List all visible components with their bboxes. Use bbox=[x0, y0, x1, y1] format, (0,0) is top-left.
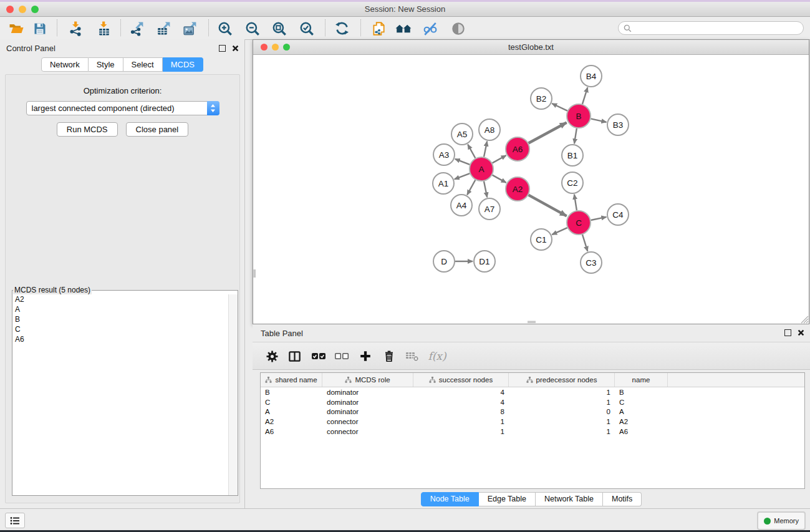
table-row[interactable]: A6connector11A6 bbox=[261, 427, 804, 437]
table-cell[interactable]: 0 bbox=[509, 408, 615, 415]
zoom-out-button[interactable] bbox=[243, 19, 262, 37]
edge-A-A3[interactable] bbox=[455, 159, 470, 165]
vertical-scroll-mark[interactable] bbox=[254, 269, 256, 278]
edge-B-B1[interactable] bbox=[574, 128, 577, 143]
delete-column-button[interactable] bbox=[380, 347, 398, 365]
graph-node-B4[interactable]: B4 bbox=[581, 65, 602, 87]
table-cell[interactable]: connector bbox=[322, 428, 413, 435]
network-window-titlebar[interactable]: testGlobe.txt bbox=[253, 40, 809, 55]
tab-select[interactable]: Select bbox=[123, 57, 163, 72]
close-network-window-button[interactable] bbox=[261, 44, 268, 51]
table-cell[interactable]: 1 bbox=[413, 418, 509, 425]
import-network-button[interactable] bbox=[66, 19, 85, 37]
graph-node-A7[interactable]: A7 bbox=[479, 198, 500, 220]
tab-node-table[interactable]: Node Table bbox=[421, 492, 479, 506]
edge-B-B3[interactable] bbox=[591, 118, 607, 122]
export-image-button[interactable] bbox=[180, 19, 199, 37]
resize-grip-icon[interactable] bbox=[801, 316, 808, 323]
table-cell[interactable]: A6 bbox=[615, 428, 668, 435]
table-cell[interactable]: 4 bbox=[413, 399, 509, 406]
column-header-successor-nodes[interactable]: successor nodes bbox=[413, 373, 509, 387]
edge-B-B2[interactable] bbox=[552, 104, 567, 111]
search-input[interactable] bbox=[632, 22, 803, 34]
edge-C-C3[interactable] bbox=[582, 235, 587, 251]
tab-mcds[interactable]: MCDS bbox=[163, 57, 203, 72]
edge-A-A5[interactable] bbox=[468, 145, 475, 158]
float-table-panel-icon[interactable] bbox=[784, 329, 791, 336]
edge-A-A2[interactable] bbox=[493, 175, 506, 183]
table-cell[interactable]: A bbox=[261, 408, 322, 415]
mcds-result-item[interactable]: A bbox=[12, 304, 229, 314]
show-graphics-button[interactable] bbox=[449, 19, 468, 37]
graph-node-D1[interactable]: D1 bbox=[474, 251, 495, 272]
edge-C-C1[interactable] bbox=[552, 228, 567, 235]
settings-gear-button[interactable] bbox=[263, 347, 281, 365]
minimize-window-button[interactable] bbox=[19, 6, 26, 13]
graph-node-B[interactable]: B bbox=[567, 104, 591, 128]
deselect-all-button[interactable] bbox=[332, 347, 351, 365]
table-cell[interactable]: connector bbox=[322, 418, 413, 425]
add-column-button[interactable] bbox=[356, 347, 375, 365]
table-cell[interactable]: dominator bbox=[322, 408, 413, 415]
edge-A2-C[interactable] bbox=[529, 195, 567, 216]
graph-node-A8[interactable]: A8 bbox=[479, 119, 500, 140]
graph-node-A[interactable]: A bbox=[470, 157, 493, 181]
function-builder-button[interactable]: f(x) bbox=[425, 347, 450, 365]
table-row[interactable]: Bdominator41B bbox=[261, 387, 804, 397]
graph-node-B2[interactable]: B2 bbox=[531, 88, 552, 109]
table-cell[interactable]: B bbox=[615, 389, 668, 396]
export-network-button[interactable] bbox=[127, 19, 146, 37]
zoom-selected-button[interactable] bbox=[297, 19, 316, 37]
save-session-button[interactable] bbox=[31, 19, 49, 37]
table-cell[interactable]: 1 bbox=[509, 399, 615, 406]
mcds-result-item[interactable]: A2 bbox=[12, 294, 229, 304]
table-cell[interactable]: A2 bbox=[261, 418, 322, 425]
graph-node-A1[interactable]: A1 bbox=[433, 173, 454, 194]
table-cell[interactable]: 1 bbox=[413, 428, 509, 435]
edge-C-C4[interactable] bbox=[591, 217, 607, 220]
tab-network-table[interactable]: Network Table bbox=[536, 492, 603, 506]
edge-A-A7[interactable] bbox=[484, 181, 487, 198]
table-cell[interactable]: dominator bbox=[322, 399, 413, 406]
close-table-panel-icon[interactable] bbox=[798, 329, 804, 336]
zoom-network-window-button[interactable] bbox=[283, 44, 290, 51]
zoom-window-button[interactable] bbox=[31, 6, 39, 13]
table-cell[interactable]: B bbox=[261, 389, 322, 396]
table-row[interactable]: Adominator80A bbox=[261, 407, 804, 417]
graph-node-A2[interactable]: A2 bbox=[506, 177, 529, 201]
graph-node-C1[interactable]: C1 bbox=[531, 229, 552, 250]
edge-B-B4[interactable] bbox=[582, 87, 587, 104]
tab-edge-table[interactable]: Edge Table bbox=[479, 492, 536, 506]
horizontal-scroll-mark[interactable] bbox=[528, 321, 536, 324]
network-canvas[interactable]: A5A8A3A6AA1A2A4A7B2B4BB3B1C2CC4C1C3DD1 bbox=[253, 55, 809, 324]
memory-button[interactable]: Memory bbox=[757, 511, 806, 530]
close-panel-icon[interactable] bbox=[232, 45, 239, 52]
import-table-button[interactable] bbox=[94, 19, 113, 37]
graph-node-D[interactable]: D bbox=[433, 251, 455, 272]
task-history-button[interactable] bbox=[5, 513, 25, 528]
graph-node-A5[interactable]: A5 bbox=[451, 123, 473, 145]
close-window-button[interactable] bbox=[6, 6, 14, 13]
table-cell[interactable]: 4 bbox=[413, 389, 509, 396]
table-cell[interactable]: C bbox=[615, 399, 668, 406]
graph-node-C3[interactable]: C3 bbox=[581, 252, 602, 273]
table-row[interactable]: Cdominator41C bbox=[261, 397, 804, 407]
graph-node-B1[interactable]: B1 bbox=[562, 145, 583, 166]
edge-A6-B[interactable] bbox=[529, 122, 567, 143]
hide-details-button[interactable] bbox=[421, 19, 440, 37]
edge-C-C2[interactable] bbox=[574, 195, 577, 210]
delete-table-button[interactable] bbox=[403, 347, 422, 365]
table-cell[interactable]: 1 bbox=[509, 428, 615, 435]
network-snapshot-button[interactable] bbox=[369, 19, 388, 37]
minimize-network-window-button[interactable] bbox=[272, 44, 279, 51]
graph-node-A6[interactable]: A6 bbox=[506, 137, 529, 161]
graph-node-C4[interactable]: C4 bbox=[607, 204, 629, 225]
mcds-result-item[interactable]: A6 bbox=[12, 334, 229, 344]
run-mcds-button[interactable]: Run MCDS bbox=[57, 122, 118, 137]
graph-node-A4[interactable]: A4 bbox=[451, 195, 472, 216]
split-view-button[interactable] bbox=[285, 347, 304, 365]
edge-A-A4[interactable] bbox=[467, 180, 475, 195]
table-cell[interactable]: 1 bbox=[509, 418, 615, 425]
graph-node-A3[interactable]: A3 bbox=[433, 144, 455, 165]
graph-node-C[interactable]: C bbox=[567, 211, 591, 235]
